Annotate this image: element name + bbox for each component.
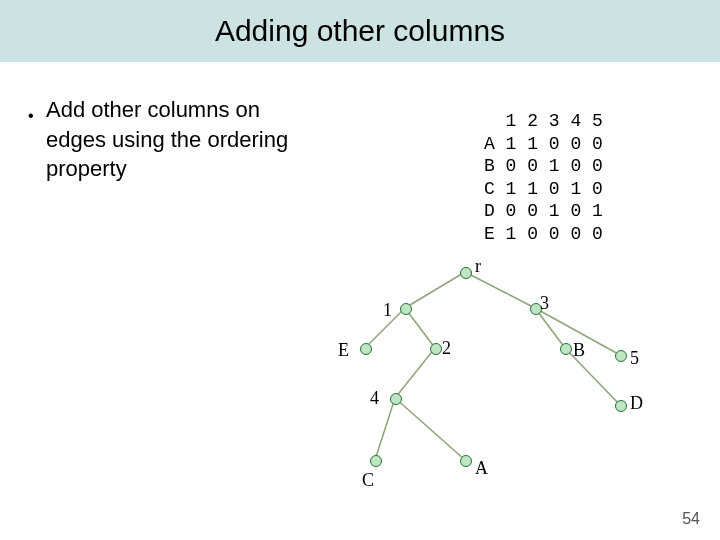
tree-label: 5 bbox=[630, 348, 639, 369]
tree-node bbox=[615, 350, 627, 362]
tree-node bbox=[560, 343, 572, 355]
tree-label: C bbox=[362, 470, 374, 491]
tree-label: A bbox=[475, 458, 488, 479]
tree-label: B bbox=[573, 340, 585, 361]
tree-node bbox=[400, 303, 412, 315]
page-title: Adding other columns bbox=[215, 14, 505, 48]
svg-line-9 bbox=[395, 398, 465, 460]
svg-line-1 bbox=[465, 272, 535, 308]
title-band: Adding other columns bbox=[0, 0, 720, 62]
tree-label: 2 bbox=[442, 338, 451, 359]
tree-node bbox=[460, 455, 472, 467]
page-number: 54 bbox=[682, 510, 700, 528]
svg-line-6 bbox=[395, 348, 435, 398]
svg-line-0 bbox=[405, 272, 465, 308]
bullet-dot-icon: • bbox=[28, 105, 34, 127]
bullet-text: Add other columns on edges using the ord… bbox=[46, 97, 288, 181]
svg-line-3 bbox=[405, 308, 435, 348]
tree-node bbox=[615, 400, 627, 412]
tree-node bbox=[460, 267, 472, 279]
tree-label-root: r bbox=[475, 256, 481, 277]
tree-label: 4 bbox=[370, 388, 379, 409]
tree-diagram: r 1 3 E 2 B 5 4 D C A bbox=[320, 260, 700, 520]
bullet-item: • Add other columns on edges using the o… bbox=[46, 95, 306, 184]
tree-node bbox=[370, 455, 382, 467]
tree-node bbox=[360, 343, 372, 355]
tree-label: D bbox=[630, 393, 643, 414]
svg-line-4 bbox=[535, 308, 565, 348]
tree-node bbox=[390, 393, 402, 405]
tree-label: 1 bbox=[383, 300, 392, 321]
tree-label: E bbox=[338, 340, 349, 361]
adjacency-matrix: 1 2 3 4 5 A 1 1 0 0 0 B 0 0 1 0 0 C 1 1 … bbox=[484, 110, 603, 245]
tree-label: 3 bbox=[540, 293, 549, 314]
tree-node bbox=[430, 343, 442, 355]
